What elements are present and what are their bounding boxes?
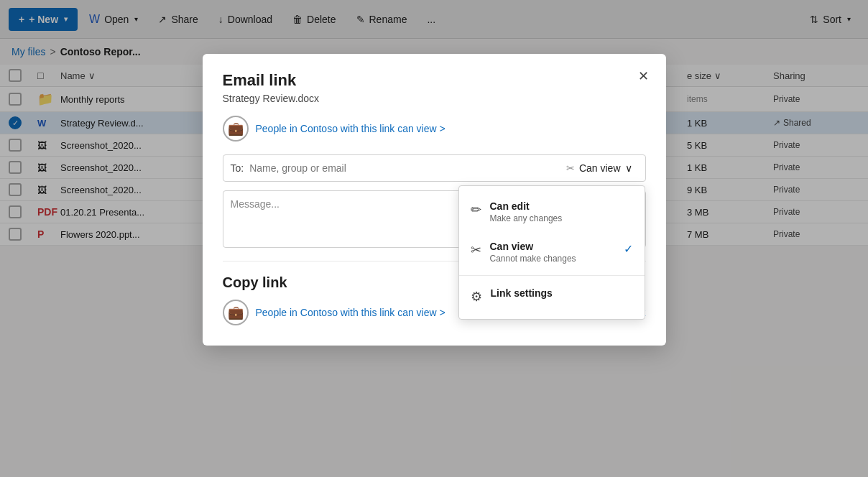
settings-icon: ⚙ <box>471 289 482 305</box>
briefcase-icon: 💼 <box>223 116 249 142</box>
permission-dropdown: ✏ Can edit Make any changes ✂ Can view C… <box>458 185 645 320</box>
to-input[interactable] <box>249 162 560 174</box>
dropdown-separator <box>459 275 645 276</box>
selected-checkmark: ✓ <box>624 242 633 256</box>
can-view-option[interactable]: ✂ Can view Cannot make changes ✓ <box>459 232 645 272</box>
permission-row: 💼 People in Contoso with this link can v… <box>223 116 646 142</box>
view-icon: ✂ <box>471 242 481 258</box>
can-edit-option[interactable]: ✏ Can edit Make any changes <box>459 192 645 232</box>
modal-overlay[interactable]: ✕ Email link Strategy Review.docx 💼 Peop… <box>0 0 868 477</box>
to-label: To: <box>231 162 244 174</box>
permission-arrow: > <box>440 123 445 134</box>
can-view-chevron: ∨ <box>625 162 632 174</box>
modal-filename: Strategy Review.docx <box>223 93 646 104</box>
scissors-icon: ✂ <box>566 162 575 174</box>
link-settings-option[interactable]: ⚙ Link settings <box>459 279 645 313</box>
edit-icon: ✏ <box>471 202 481 218</box>
can-edit-text: Can edit Make any changes <box>490 200 633 223</box>
email-link-modal: ✕ Email link Strategy Review.docx 💼 Peop… <box>203 54 666 346</box>
link-settings-text: Link settings <box>491 287 633 299</box>
copy-permission-arrow: > <box>440 307 445 318</box>
can-view-dropdown-button[interactable]: ✂ Can view ∨ <box>560 159 638 177</box>
permission-link[interactable]: People in Contoso with this link can vie… <box>256 123 445 134</box>
copy-link-permission-link[interactable]: People in Contoso with this link can vie… <box>256 307 445 318</box>
modal-close-button[interactable]: ✕ <box>633 65 655 87</box>
message-placeholder: Message... <box>231 198 280 210</box>
modal-title: Email link <box>223 71 646 90</box>
to-row: To: ✂ Can view ∨ ✏ Can edit Make any cha… <box>223 154 646 182</box>
copy-briefcase-icon: 💼 <box>223 300 249 325</box>
can-view-label: Can view <box>579 162 621 174</box>
can-view-text: Can view Cannot make changes <box>490 241 615 264</box>
